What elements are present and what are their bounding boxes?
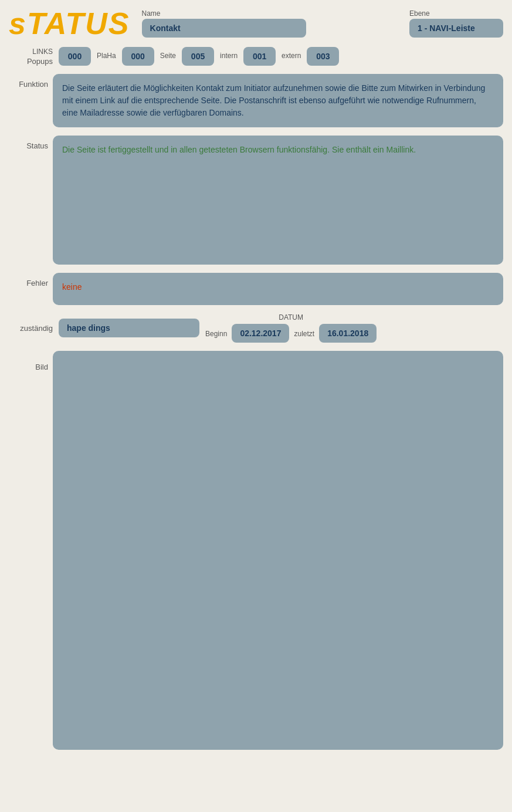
funktion-label: Funktion bbox=[9, 74, 53, 89]
datum-group: DATUM Beginn 02.12.2017 zuletzt 16.01.20… bbox=[205, 313, 377, 343]
datum-above-label: DATUM bbox=[279, 313, 303, 322]
funktion-text[interactable]: Die Seite erläutert die Möglichkeiten Ko… bbox=[53, 74, 503, 127]
ebene-label: Ebene bbox=[409, 9, 430, 18]
seite-label: Seite bbox=[160, 52, 176, 60]
zuletzt-date[interactable]: 16.01.2018 bbox=[319, 324, 377, 343]
intern-col: 001 bbox=[243, 47, 276, 66]
bild-row: Bild bbox=[9, 351, 503, 750]
popups-col: 000 bbox=[59, 47, 91, 66]
funktion-content: Die Seite erläutert die Möglichkeiten Ko… bbox=[53, 74, 503, 127]
extern-label: extern bbox=[282, 52, 301, 60]
links-row: LINKS Popups 000 PlaHa 000 Seite 005 int… bbox=[9, 47, 503, 66]
status-content: Die Seite ist fertiggestellt und in alle… bbox=[53, 136, 503, 265]
app-logo: sTATUS bbox=[9, 6, 130, 41]
fehler-text[interactable]: keine bbox=[53, 273, 503, 305]
status-row: Status Die Seite ist fertiggestellt und … bbox=[9, 136, 503, 265]
plaha-value[interactable]: 000 bbox=[122, 47, 154, 66]
seite-value[interactable]: 005 bbox=[182, 47, 214, 66]
plaha-col: 000 bbox=[122, 47, 154, 66]
bild-content bbox=[53, 351, 503, 750]
beginn-date[interactable]: 02.12.2017 bbox=[232, 324, 289, 343]
plaha-label: PlaHa bbox=[97, 52, 116, 60]
zustandig-row: zuständig hape dings DATUM Beginn 02.12.… bbox=[9, 313, 503, 343]
intern-value[interactable]: 001 bbox=[243, 47, 276, 66]
links-above-label: LINKS bbox=[32, 48, 53, 56]
status-label: Status bbox=[9, 136, 53, 150]
popups-value[interactable]: 000 bbox=[59, 47, 91, 66]
status-text[interactable]: Die Seite ist fertiggestellt und in alle… bbox=[53, 136, 503, 265]
ebene-value[interactable]: 1 - NAVI-Leiste bbox=[409, 19, 503, 38]
name-value[interactable]: Kontakt bbox=[142, 19, 306, 38]
name-field-group: Name Kontakt bbox=[142, 9, 306, 38]
fehler-label: Fehler bbox=[9, 273, 53, 287]
extern-col: 003 bbox=[307, 47, 339, 66]
beginn-label: Beginn bbox=[205, 330, 227, 338]
popups-label: Popups bbox=[21, 57, 53, 66]
zustandig-label: zuständig bbox=[9, 324, 53, 333]
zuletzt-label: zuletzt bbox=[294, 330, 314, 338]
ebene-field-group: Ebene 1 - NAVI-Leiste bbox=[409, 9, 503, 38]
intern-label: intern bbox=[220, 52, 238, 60]
bild-area[interactable] bbox=[53, 351, 503, 750]
funktion-row: Funktion Die Seite erläutert die Möglich… bbox=[9, 74, 503, 127]
seite-col: 005 bbox=[182, 47, 214, 66]
fehler-row: Fehler keine bbox=[9, 273, 503, 305]
zustandig-name[interactable]: hape dings bbox=[59, 319, 199, 337]
header-row: sTATUS Name Kontakt Ebene 1 - NAVI-Leist… bbox=[9, 6, 503, 41]
fehler-content: keine bbox=[53, 273, 503, 305]
extern-value[interactable]: 003 bbox=[307, 47, 339, 66]
bild-label: Bild bbox=[9, 351, 53, 371]
name-label: Name bbox=[142, 9, 161, 18]
